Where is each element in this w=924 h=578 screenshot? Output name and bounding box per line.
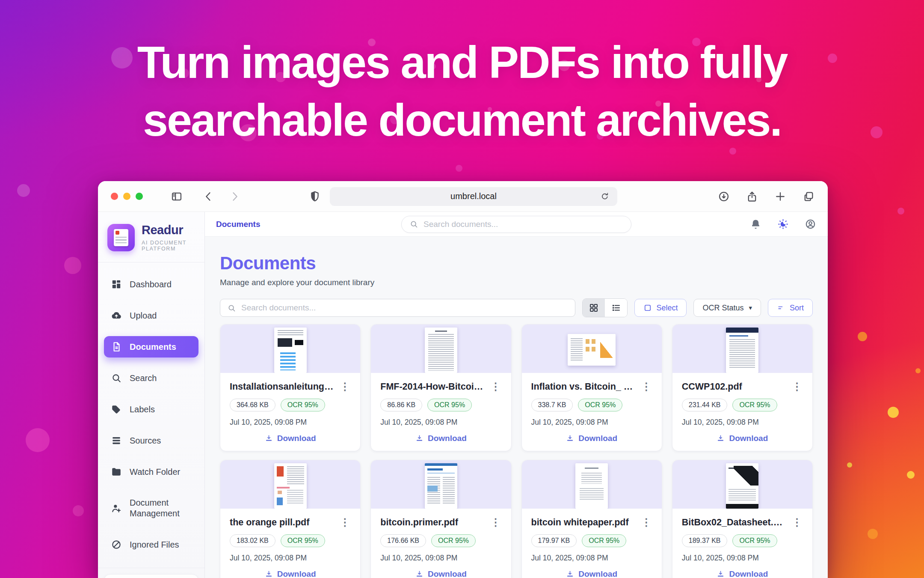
download-link[interactable]: Download [531,569,652,578]
document-thumbnail[interactable] [220,460,360,509]
address-bar[interactable]: umbrel.local [330,187,617,206]
thumbnail-page-preview [274,328,307,373]
topbar-search-input[interactable] [424,220,623,229]
document-date: Jul 10, 2025, 09:08 PM [682,554,803,563]
document-title[interactable]: Installationsanleitung NerdMiner.pdf [230,381,335,393]
download-link[interactable]: Download [230,434,351,443]
theme-toggle-icon[interactable] [776,218,789,231]
document-date: Jul 10, 2025, 09:08 PM [531,418,652,427]
document-title[interactable]: the orange pill.pdf [230,517,335,528]
document-card[interactable]: Installationsanleitung NerdMiner.pdf ⋮ 3… [220,324,361,451]
zoom-window-button[interactable] [136,193,143,200]
file-size-badge: 364.68 KB [230,399,275,411]
document-title[interactable]: Inflation vs. Bitcoin_ Flyer lang_RGB.pd… [531,381,636,393]
sidebar-item-ignored-files[interactable]: Ignored Files [104,534,198,555]
user-card[interactable]: D Denny admin@readur.com [104,574,198,578]
downloads-icon[interactable] [717,190,730,203]
sidebar-item-documents[interactable]: Documents [104,336,198,358]
document-card[interactable]: bitcoin.primer.pdf ⋮ 176.66 KB OCR 95% J… [370,460,511,578]
sidebar-item-dashboard[interactable]: Dashboard [104,274,198,295]
download-label: Download [277,434,316,443]
tab-overview-icon[interactable] [802,190,815,203]
hero-headline: Turn images and PDFs into fully searchab… [0,33,924,149]
sidebar-item-watch-folder[interactable]: Watch Folder [104,461,198,483]
document-thumbnail[interactable] [522,325,662,373]
documents-search-input[interactable] [241,303,568,313]
topbar-search[interactable] [401,216,631,233]
download-link[interactable]: Download [380,569,501,578]
new-tab-icon[interactable] [774,190,787,203]
share-icon[interactable] [746,190,758,203]
sidebar-item-search[interactable]: Search [104,367,198,389]
thumbnail-page-preview [726,328,758,373]
document-date: Jul 10, 2025, 09:08 PM [230,554,351,563]
app-topbar: Documents [205,212,828,237]
document-card[interactable]: BitBox02_Datasheet.pdf ⋮ 189.37 KB OCR 9… [672,460,813,578]
grid-view-button[interactable] [583,299,605,317]
document-card[interactable]: the orange pill.pdf ⋮ 183.02 KB OCR 95% … [220,460,361,578]
minimize-window-button[interactable] [123,193,130,200]
download-icon [566,434,574,442]
more-options-icon[interactable]: ⋮ [640,517,652,527]
sidebar-item-label: Dashboard [130,279,172,290]
download-link[interactable]: Download [682,569,803,578]
more-options-icon[interactable]: ⋮ [640,381,652,392]
document-icon [111,341,122,352]
download-link[interactable]: Download [380,434,501,443]
reload-icon[interactable] [598,190,611,203]
document-card[interactable]: FMF-2014-How-Bitcoin-Works.pdf ⋮ 86.86 K… [370,324,511,451]
document-title[interactable]: FMF-2014-How-Bitcoin-Works.pdf [380,381,485,393]
document-thumbnail[interactable] [220,325,360,373]
documents-search[interactable] [220,299,575,317]
more-options-icon[interactable]: ⋮ [791,381,803,392]
more-options-icon[interactable]: ⋮ [490,381,502,392]
document-thumbnail[interactable] [371,325,511,373]
thumbnail-page-preview [425,463,457,509]
list-view-button[interactable] [605,299,627,317]
account-icon[interactable] [804,218,817,231]
document-thumbnail[interactable] [672,460,812,509]
download-label: Download [578,434,617,443]
ocr-status-dropdown[interactable]: OCR Status ▾ [693,299,761,317]
document-title[interactable]: CCWP102.pdf [682,381,787,393]
sidebar-item-upload[interactable]: Upload [104,305,198,326]
document-title[interactable]: BitBox02_Datasheet.pdf [682,517,787,528]
document-title[interactable]: bitcoin whitepaper.pdf [531,517,636,528]
notifications-bell-icon[interactable] [749,218,762,231]
document-card[interactable]: Inflation vs. Bitcoin_ Flyer lang_RGB.pd… [521,324,662,451]
download-icon [415,434,424,442]
download-link[interactable]: Download [682,434,803,443]
document-card[interactable]: CCWP102.pdf ⋮ 231.44 KB OCR 95% Jul 10, … [672,324,813,451]
more-options-icon[interactable]: ⋮ [339,381,351,392]
sidebar-item-labels[interactable]: Labels [104,399,198,420]
dashboard-icon [111,279,122,290]
privacy-shield-icon[interactable] [308,190,321,203]
browser-window: umbrel.local Readur AI DOCUMENT PLATFORM… [98,181,828,578]
readur-logo [107,224,135,251]
more-options-icon[interactable]: ⋮ [339,517,351,527]
download-icon [265,434,273,442]
sidebar-toggle-icon[interactable] [170,190,183,203]
sort-button[interactable]: Sort [768,299,813,317]
document-thumbnail[interactable] [522,460,662,509]
sidebar-item-document-management[interactable]: Document Management [104,492,198,524]
select-button[interactable]: Select [634,299,687,317]
documents-page: Documents Manage and explore your docume… [205,237,828,578]
url-text: umbrel.local [450,191,497,201]
brand-tagline: AI DOCUMENT PLATFORM [142,240,196,252]
document-thumbnail[interactable] [371,460,511,509]
download-link[interactable]: Download [230,569,351,578]
sidebar-item-sources[interactable]: Sources [104,430,198,451]
close-window-button[interactable] [111,193,118,200]
document-title[interactable]: bitcoin.primer.pdf [380,517,485,528]
upload-icon [111,310,122,321]
back-button[interactable] [202,190,215,203]
forward-button[interactable] [228,190,241,203]
document-card[interactable]: bitcoin whitepaper.pdf ⋮ 179.97 KB OCR 9… [521,460,662,578]
download-label: Download [277,569,316,578]
document-thumbnail[interactable] [672,325,812,373]
more-options-icon[interactable]: ⋮ [791,517,803,527]
breadcrumb[interactable]: Documents [216,220,260,229]
download-link[interactable]: Download [531,434,652,443]
more-options-icon[interactable]: ⋮ [490,517,502,527]
